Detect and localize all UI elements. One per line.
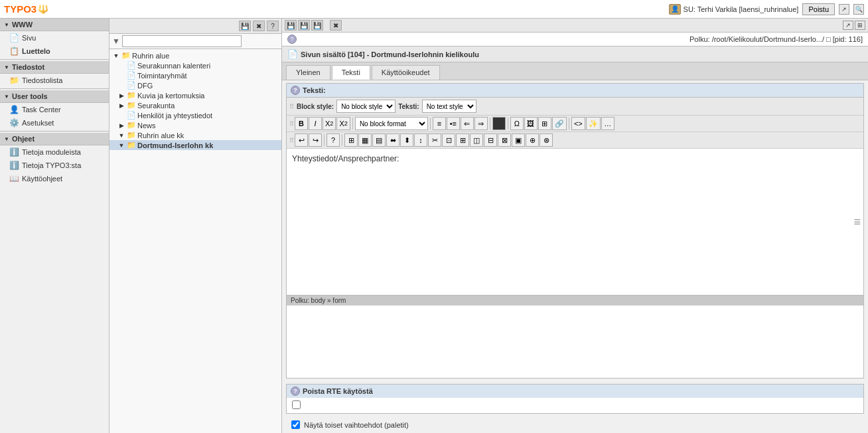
editor-area: 📄 Sivun sisältö [104] - Dortmund-Iserloh… bbox=[282, 46, 868, 433]
bold-button[interactable]: B bbox=[295, 117, 308, 130]
tabs: Yleinen Teksti Käyttöoikeudet bbox=[282, 62, 868, 80]
topbar-right: 👤 SU: Terhi Varkila [laensi_ruhrinalue] … bbox=[669, 3, 864, 15]
tree-item-news[interactable]: ▶ 📁 News bbox=[109, 120, 281, 130]
sidebar-item-sivu[interactable]: 📄 Sivu bbox=[0, 31, 109, 44]
www-section: ▼ WWW bbox=[0, 19, 109, 31]
block-style-select[interactable]: No block style bbox=[336, 100, 396, 113]
page-title: Sivun sisältö [104] - Dortmund-Iserlohni… bbox=[301, 50, 479, 58]
tbl-btn14[interactable]: ⊕ bbox=[526, 133, 539, 147]
more-button[interactable]: … bbox=[601, 117, 615, 130]
path-text: Polku: /root/Kielikoulut/Dortmund-Iserlo… bbox=[689, 35, 863, 43]
sidebar-item-kayttoohjeet[interactable]: 📖 Käyttöohjeet bbox=[0, 172, 109, 185]
tree-item-kuvia[interactable]: ▶ 📁 Kuvia ja kertomuksia bbox=[109, 90, 281, 100]
link-button[interactable]: 🔗 bbox=[552, 117, 567, 130]
file-search-input[interactable] bbox=[122, 35, 242, 47]
tbl-btn6[interactable]: ↕ bbox=[414, 133, 427, 147]
file-search: ▼ bbox=[109, 34, 281, 49]
tbl-btn2[interactable]: ▦ bbox=[358, 133, 372, 147]
teksti-style-select[interactable]: No text style bbox=[422, 100, 476, 113]
tree-item-toimintaryhmat[interactable]: 📄 Toimintaryhmät bbox=[109, 70, 281, 80]
tbl-btn7[interactable]: ✂ bbox=[428, 133, 441, 147]
subscript-button[interactable]: X2 bbox=[323, 117, 336, 130]
source-button[interactable]: <> bbox=[571, 117, 585, 130]
indent-button[interactable]: ⇒ bbox=[474, 117, 488, 130]
outdent-button[interactable]: ⇐ bbox=[461, 117, 474, 130]
tbl-btn11[interactable]: ⊟ bbox=[484, 133, 497, 147]
italic-button[interactable]: I bbox=[309, 117, 322, 130]
special-char-button[interactable]: Ω bbox=[510, 117, 524, 130]
expand-icon[interactable]: ↗ bbox=[839, 4, 849, 15]
tree-item-dortmund[interactable]: ▼ 📁 Dortmund-Iserlohn kk bbox=[109, 140, 281, 150]
block-format-select[interactable]: No block format bbox=[355, 117, 428, 130]
rte-toolbar2: ⠿ B I X2 X2 No block format ≡ •≡ ⇐ ⇒ bbox=[287, 116, 863, 132]
tbl-btn4[interactable]: ⬌ bbox=[386, 133, 399, 147]
help-icon[interactable]: ? bbox=[287, 35, 297, 44]
delete-button[interactable]: Poistu bbox=[802, 3, 835, 15]
redo-button[interactable]: ↪ bbox=[309, 133, 322, 147]
save-icon-1[interactable]: 💾 bbox=[285, 20, 297, 31]
tree-item-seurakunta[interactable]: ▶ 📁 Seurakunta bbox=[109, 100, 281, 110]
table-button[interactable]: ⊞ bbox=[538, 117, 551, 130]
image-button[interactable]: 🖼 bbox=[524, 117, 538, 130]
tbl-btn8[interactable]: ⊡ bbox=[442, 133, 455, 147]
sidebar-item-task-center[interactable]: 👤 Task Center bbox=[0, 103, 109, 116]
sidebar-item-luettelo[interactable]: 📋 Luettelo bbox=[0, 44, 109, 58]
file-help-icon[interactable]: ? bbox=[267, 21, 279, 31]
nayta-section: Näytä toiset vaihtoehdot (paletit) bbox=[282, 416, 868, 433]
rte-text: Yhteystiedot/Ansprechpartner: bbox=[292, 154, 399, 163]
rte-toolbar3: ⠿ ↩ ↪ ? ⊞ ▦ ▤ ⬌ ⬍ ↕ ✂ ⊡ ⊞ ◫ bbox=[287, 132, 863, 149]
main-toolbar: 💾 💾 💾 ✖ ↗ ⊞ bbox=[282, 19, 868, 33]
poista-checkbox[interactable] bbox=[292, 400, 301, 409]
tbl-btn15[interactable]: ⊗ bbox=[540, 133, 553, 147]
tab-teksti[interactable]: Teksti bbox=[332, 65, 370, 80]
topbar: TYPO3 🔱 👤 SU: Terhi Varkila [laensi_ruhr… bbox=[0, 0, 868, 19]
tbl-btn5[interactable]: ⬍ bbox=[400, 133, 413, 147]
save-icon-2[interactable]: 💾 bbox=[298, 20, 310, 31]
file-clear-icon[interactable]: ✖ bbox=[253, 21, 265, 31]
tree-item-ruhrin-kk[interactable]: ▼ 📁 Ruhrin alue kk bbox=[109, 130, 281, 140]
save-icon-3[interactable]: 💾 bbox=[311, 20, 323, 31]
user-label: SU: Terhi Varkila [laensi_ruhrinalue] bbox=[684, 5, 799, 13]
sidebar-item-tiedostolista[interactable]: 📁 Tiedostolista bbox=[0, 74, 109, 87]
color-button[interactable] bbox=[492, 117, 506, 130]
tbl-btn10[interactable]: ◫ bbox=[470, 133, 483, 147]
undo-button[interactable]: ↩ bbox=[295, 133, 308, 147]
filter-icon: ▼ bbox=[112, 37, 120, 46]
poista-help-icon[interactable]: ? bbox=[291, 387, 300, 396]
rte-statusbar: Polku: body » form bbox=[287, 295, 863, 305]
sidebar-item-tietoja-moduleista[interactable]: ℹ️ Tietoja moduleista bbox=[0, 145, 109, 159]
tbl-btn3[interactable]: ▤ bbox=[372, 133, 386, 147]
rte-help-button[interactable]: ? bbox=[326, 133, 340, 147]
tree-item-ruhrin[interactable]: ▼ 📁 Ruhrin alue bbox=[109, 50, 281, 60]
unordered-list-button[interactable]: •≡ bbox=[447, 117, 460, 130]
tab-kayttooikeudet[interactable]: Käyttöoikeudet bbox=[372, 65, 440, 80]
main-layout: ▼ WWW 📄 Sivu 📋 Luettelo ▼ Tiedostot 📁 Ti… bbox=[0, 19, 868, 433]
tbl-btn9[interactable]: ⊞ bbox=[456, 133, 469, 147]
tbl-btn12[interactable]: ⊠ bbox=[498, 133, 511, 147]
scroll-handle: ≡ bbox=[853, 215, 861, 229]
tbl-btn1[interactable]: ⊞ bbox=[344, 133, 358, 147]
expand-icon-1[interactable]: ↗ bbox=[843, 21, 853, 30]
tab-yleinen[interactable]: Yleinen bbox=[286, 65, 330, 80]
sidebar-item-asetukset[interactable]: ⚙️ Asetukset bbox=[0, 116, 109, 130]
rte-content-area[interactable]: Yhteystiedot/Ansprechpartner: ≡ bbox=[287, 149, 863, 295]
superscript-button[interactable]: X2 bbox=[336, 117, 350, 130]
file-tree: ▼ 📁 Ruhrin alue 📄 Seurakunnan kalenteri … bbox=[109, 49, 281, 433]
sidebar-item-tietoja-typo3[interactable]: ℹ️ Tietoja TYPO3:sta bbox=[0, 159, 109, 172]
poista-header: ? Poista RTE käytöstä bbox=[287, 385, 863, 398]
tree-item-seurakunnan[interactable]: 📄 Seurakunnan kalenteri bbox=[109, 60, 281, 70]
nayta-checkbox[interactable] bbox=[291, 420, 300, 429]
ordered-list-button[interactable]: ≡ bbox=[433, 117, 446, 130]
teksti-style-label: Teksti: bbox=[398, 103, 419, 110]
teksti-help-icon[interactable]: ? bbox=[291, 86, 300, 95]
tree-item-dfg[interactable]: 📄 DFG bbox=[109, 80, 281, 90]
tbl-btn13[interactable]: ▣ bbox=[512, 133, 525, 147]
path-bar: ? Polku: /root/Kielikoulut/Dortmund-Iser… bbox=[282, 33, 868, 46]
search-icon[interactable]: 🔍 bbox=[853, 4, 864, 15]
tree-item-henkilot[interactable]: 📄 Henkilöt ja yhteystiedot bbox=[109, 110, 281, 120]
expand-icon-2[interactable]: ⊞ bbox=[855, 21, 865, 30]
toolbar-icons: 💾 💾 💾 ✖ bbox=[285, 20, 342, 31]
file-save-icon[interactable]: 💾 bbox=[239, 21, 251, 31]
clear-icon[interactable]: ✖ bbox=[330, 20, 342, 31]
magic-button[interactable]: ✨ bbox=[586, 117, 601, 130]
